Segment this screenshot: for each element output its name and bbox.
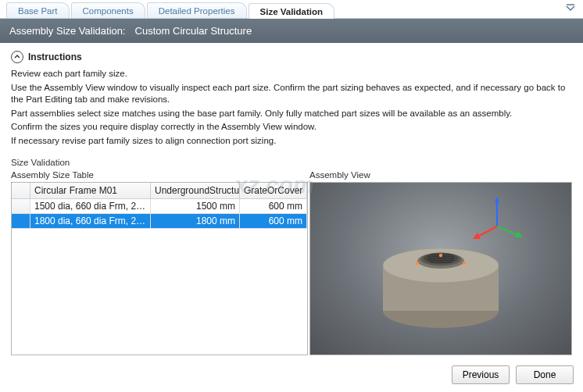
grid-header-cell[interactable]	[12, 183, 30, 199]
header-bar: Assembly Size Validation: Custom Circula…	[0, 19, 583, 43]
table-cell: 1500 dia, 660 dia Frm, 225 FrHt	[30, 199, 151, 214]
footer-buttons: Previous Done	[452, 365, 574, 384]
tab-overflow-button[interactable]	[563, 3, 578, 14]
grid-header-cell[interactable]: UndergroundStructure	[151, 183, 240, 199]
grid-header-cell[interactable]: Circular Frame M01	[30, 183, 151, 199]
row-header-cell	[12, 214, 30, 229]
instruction-line: If necessary revise part family sizes to…	[11, 135, 572, 148]
tab-size-validation[interactable]: Size Validation	[249, 3, 335, 19]
previous-button[interactable]: Previous	[452, 365, 510, 384]
tab-components[interactable]: Components	[71, 2, 145, 18]
tab-detailed-properties[interactable]: Detailed Properties	[147, 2, 247, 18]
instructions-header: Instructions	[11, 51, 572, 63]
structure-3d-model	[374, 228, 507, 337]
assembly-size-grid[interactable]: Circular Frame M01 UndergroundStructure …	[11, 182, 308, 355]
assembly-view-label: Assembly View	[309, 169, 572, 182]
instructions-heading: Instructions	[28, 52, 82, 62]
table-row[interactable]: 1500 dia, 660 dia Frm, 225 FrHt 1500 mm …	[12, 199, 307, 214]
assembly-size-table-panel: Assembly Size Table Circular Frame M01 U…	[11, 169, 308, 355]
instruction-line: Confirm the sizes you require display co…	[11, 121, 572, 134]
svg-point-20	[463, 261, 466, 264]
table-cell: 1800 mm	[151, 214, 240, 229]
svg-point-21	[439, 253, 442, 256]
size-validation-label: Size Validation	[11, 158, 572, 167]
table-row[interactable]: 1800 dia, 660 dia Frm, 225 FrHt 1800 mm …	[12, 214, 307, 229]
grid-header: Circular Frame M01 UndergroundStructure …	[12, 183, 307, 199]
svg-point-19	[416, 261, 419, 264]
svg-marker-2	[495, 197, 499, 203]
done-button[interactable]: Done	[516, 365, 574, 384]
tab-strip: Base Part Components Detailed Properties…	[0, 0, 583, 19]
assembly-size-table-label: Assembly Size Table	[11, 169, 308, 182]
instruction-line: Review each part family size.	[11, 68, 572, 80]
grid-header-cell[interactable]: GrateOrCover	[240, 183, 307, 199]
assembly-view-panel: Assembly View	[309, 169, 572, 355]
table-cell: 1500 mm	[151, 199, 240, 214]
instruction-line: Use the Assembly View window to visually…	[11, 82, 572, 106]
instruction-line: Part assemblies select size matches usin…	[11, 108, 572, 120]
table-cell: 600 mm	[240, 199, 307, 214]
content-area: Instructions Review each part family siz…	[0, 43, 583, 355]
collapse-icon[interactable]	[11, 51, 23, 63]
header-title: Assembly Size Validation:	[9, 25, 126, 37]
table-cell: 600 mm	[240, 214, 307, 229]
table-cell: 1800 dia, 660 dia Frm, 225 FrHt	[30, 214, 151, 229]
header-subtitle: Custom Circular Structure	[135, 25, 252, 37]
tab-base-part[interactable]: Base Part	[6, 2, 70, 18]
row-header-cell	[12, 199, 30, 214]
assembly-3d-viewer[interactable]	[309, 182, 572, 355]
